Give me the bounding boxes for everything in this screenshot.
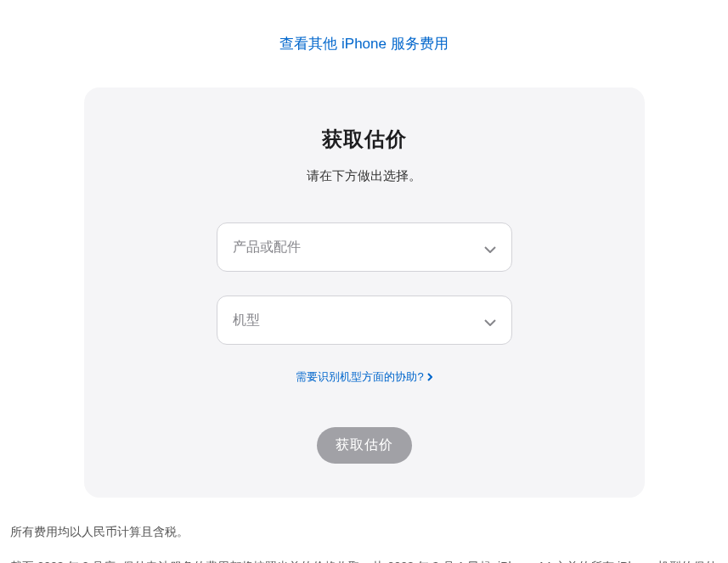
model-select[interactable]: 机型 (217, 296, 512, 345)
estimate-card: 获取估价 请在下方做出选择。 产品或配件 机型 需要识别机型方面的协助? 获取估… (84, 87, 645, 498)
footer-line-1: 所有费用均以人民币计算且含税。 (10, 521, 718, 543)
card-title: 获取估价 (118, 126, 611, 153)
chevron-down-icon (484, 241, 496, 253)
product-select-placeholder: 产品或配件 (233, 239, 301, 256)
identify-model-help-link[interactable]: 需要识别机型方面的协助? (296, 369, 432, 385)
card-subtitle: 请在下方做出选择。 (118, 168, 611, 184)
chevron-right-icon (427, 373, 432, 381)
chevron-down-icon (484, 314, 496, 326)
footer-notes: 所有费用均以人民币计算且含税。 截至 2023 年 2 月底, 保外电池服务的费… (10, 521, 718, 563)
model-select-placeholder: 机型 (233, 312, 260, 329)
get-estimate-button[interactable]: 获取估价 (317, 427, 412, 464)
product-select[interactable]: 产品或配件 (217, 222, 512, 272)
view-other-services-link[interactable]: 查看其他 iPhone 服务费用 (0, 34, 728, 53)
footer-line-2: 截至 2023 年 2 月底, 保外电池服务的费用都将按照当前的价格收取。从 2… (10, 556, 718, 563)
help-link-text: 需要识别机型方面的协助? (296, 369, 423, 385)
